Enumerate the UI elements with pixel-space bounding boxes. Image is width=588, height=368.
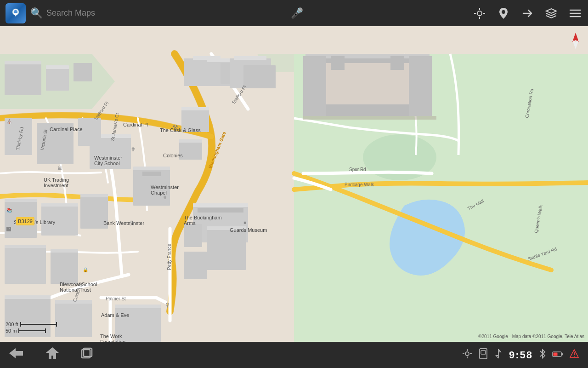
map-area[interactable]: Thirleby Rd Victoria St St James's Ct St… <box>0 26 588 342</box>
svg-text:✟: ✟ <box>163 195 167 200</box>
svg-point-5 <box>477 11 482 16</box>
svg-text:⚲: ⚲ <box>165 302 170 308</box>
svg-text:🔒: 🔒 <box>83 267 89 273</box>
directions-button[interactable] <box>520 6 535 21</box>
svg-rect-25 <box>234 56 266 60</box>
home-button[interactable] <box>46 346 59 363</box>
svg-text:City School: City School <box>94 161 120 166</box>
svg-text:Westminster: Westminster <box>151 184 179 190</box>
svg-rect-145 <box>561 353 563 356</box>
warning-icon <box>570 349 579 361</box>
bluetooth-icon <box>539 349 546 361</box>
svg-marker-11 <box>546 9 556 13</box>
bottom-bar: 9:58 <box>0 342 588 368</box>
svg-point-10 <box>502 10 505 14</box>
scale-m-label: 50 m <box>6 328 17 334</box>
svg-text:Investment: Investment <box>44 183 68 188</box>
svg-rect-64 <box>184 252 207 279</box>
svg-text:📚: 📚 <box>6 207 12 213</box>
svg-rect-39 <box>74 63 92 81</box>
svg-rect-59 <box>193 203 248 207</box>
svg-text:Adam & Eve: Adam & Eve <box>101 312 129 318</box>
svg-rect-57 <box>80 194 108 197</box>
svg-rect-129 <box>18 328 19 333</box>
svg-text:Blewcoat School: Blewcoat School <box>60 282 97 287</box>
svg-text:⛪: ⛪ <box>6 118 12 124</box>
svg-rect-51 <box>181 107 209 110</box>
svg-text:🅿: 🅿 <box>6 227 11 232</box>
status-right: 9:58 <box>462 348 579 362</box>
svg-rect-47 <box>78 118 101 146</box>
svg-text:Cardinal Place: Cardinal Place <box>50 126 83 132</box>
svg-rect-130 <box>45 328 46 333</box>
svg-rect-146 <box>554 353 558 356</box>
svg-rect-38 <box>46 65 69 69</box>
svg-rect-31 <box>409 56 432 116</box>
svg-rect-35 <box>5 63 41 95</box>
app-logo <box>6 3 26 23</box>
svg-rect-36 <box>5 61 41 64</box>
recents-button[interactable] <box>81 347 93 362</box>
svg-rect-67 <box>51 252 78 284</box>
scale-ft-label: 200 ft <box>6 322 18 327</box>
svg-marker-131 <box>9 348 23 358</box>
top-right-icons <box>472 6 582 21</box>
svg-rect-22 <box>207 58 230 62</box>
svg-rect-33 <box>390 56 404 70</box>
svg-text:Colonies: Colonies <box>163 153 183 158</box>
svg-text:Cardinal Pl: Cardinal Pl <box>123 122 148 127</box>
search-icon[interactable]: 🔍 <box>30 7 43 19</box>
svg-marker-123 <box>572 33 579 42</box>
svg-rect-125 <box>20 324 57 325</box>
svg-text:The Cask & Glass: The Cask & Glass <box>160 127 201 133</box>
svg-rect-60 <box>198 208 243 213</box>
svg-rect-141 <box>481 351 486 354</box>
svg-point-135 <box>465 352 469 356</box>
compass <box>569 32 582 50</box>
svg-rect-49 <box>179 139 202 143</box>
microphone-icon[interactable]: 🎤 <box>291 7 303 19</box>
svg-text:Westminster: Westminster <box>94 155 122 161</box>
svg-rect-74 <box>115 305 161 308</box>
map-canvas: Thirleby Rd Victoria St St James's Ct St… <box>0 26 588 342</box>
back-button[interactable] <box>9 347 24 362</box>
data-icon <box>494 349 503 361</box>
svg-rect-30 <box>303 56 326 116</box>
svg-text:🏛: 🏛 <box>57 166 62 171</box>
svg-rect-127 <box>56 322 57 327</box>
svg-text:Arms: Arms <box>184 220 196 226</box>
svg-text:✟: ✟ <box>131 146 136 153</box>
svg-rect-66 <box>5 245 46 248</box>
nav-left <box>9 346 93 363</box>
svg-text:⚒: ⚒ <box>172 124 178 131</box>
pin-button[interactable] <box>496 6 511 21</box>
svg-rect-44 <box>142 172 161 176</box>
svg-text:Petty France: Petty France <box>167 244 172 270</box>
location-button[interactable] <box>472 6 487 21</box>
copyright: ©2011 Google - Map data ©2011 Google, Te… <box>478 334 584 339</box>
svg-rect-34 <box>303 116 436 120</box>
svg-text:UK Trading: UK Trading <box>44 177 69 183</box>
svg-rect-68 <box>51 249 78 253</box>
gps-status-icon <box>462 349 472 361</box>
svg-marker-132 <box>46 347 59 359</box>
top-bar: 🔍 🎤 <box>0 0 588 26</box>
svg-text:Guards Museum: Guards Museum <box>230 227 267 233</box>
svg-text:■: ■ <box>243 220 246 225</box>
search-input[interactable] <box>46 8 285 18</box>
svg-text:Bank Westminster: Bank Westminster <box>103 220 144 226</box>
clock: 9:58 <box>509 349 533 361</box>
battery-icon <box>552 350 563 360</box>
svg-text:National Trust: National Trust <box>60 287 91 293</box>
menu-button[interactable] <box>568 6 582 21</box>
svg-text:Birdcage Walk: Birdcage Walk <box>345 182 374 187</box>
svg-rect-32 <box>331 56 345 70</box>
layers-button[interactable] <box>544 6 559 21</box>
svg-text:Spur Rd: Spur Rd <box>349 167 366 172</box>
svg-text:B3129: B3129 <box>18 218 33 224</box>
svg-rect-55 <box>41 203 78 207</box>
svg-rect-71 <box>55 302 92 337</box>
svg-rect-126 <box>20 322 21 327</box>
svg-point-149 <box>574 356 575 357</box>
svg-rect-26 <box>243 65 276 88</box>
